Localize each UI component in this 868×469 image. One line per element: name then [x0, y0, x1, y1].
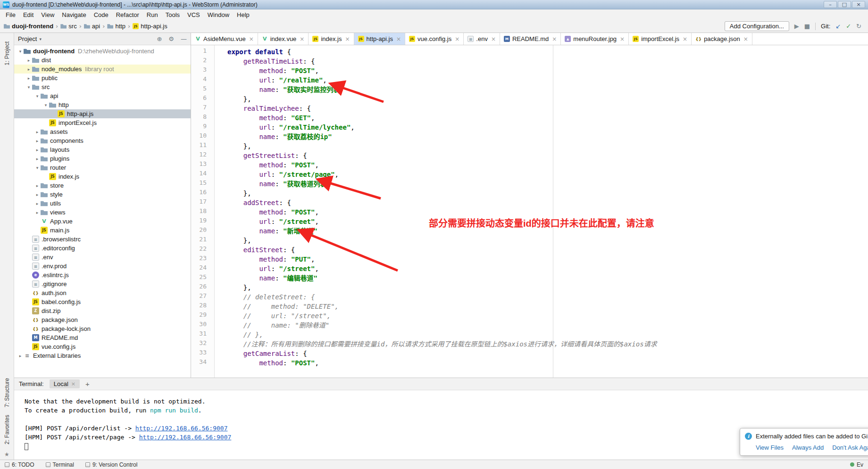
close-icon[interactable]: ×: [345, 36, 350, 42]
chevron-collapsed-icon[interactable]: ▸: [34, 183, 41, 188]
menu-item-navigate[interactable]: Navigate: [58, 10, 90, 19]
tree-item-vue.config.js[interactable]: JSvue.config.js: [14, 342, 191, 351]
minimize-window-icon[interactable]: –: [824, 1, 837, 8]
menu-item-help[interactable]: Help: [233, 10, 253, 19]
status-bar-item-9versioncontrol[interactable]: 9: Version Control: [85, 461, 137, 468]
breadcrumb-item-src[interactable]: src: [60, 23, 76, 30]
chevron-expanded-icon[interactable]: ▾: [25, 85, 32, 90]
breadcrumb-item-api[interactable]: api: [84, 23, 100, 30]
menu-item-edit[interactable]: Edit: [19, 10, 37, 19]
terminal-tab-local[interactable]: Local ×: [50, 379, 80, 388]
chevron-down-icon[interactable]: ▾: [39, 37, 42, 41]
tree-item-app.vue[interactable]: VApp.vue: [14, 217, 191, 226]
run-icon[interactable]: ▶: [794, 23, 799, 30]
tree-item-views[interactable]: ▸views: [14, 208, 191, 217]
tool-stripe-favorites[interactable]: 2: Favorites: [4, 415, 10, 444]
git-update-icon[interactable]: ↙: [835, 23, 841, 30]
tree-item-package.json[interactable]: {}package.json: [14, 315, 191, 324]
tree-item-store[interactable]: ▸store: [14, 181, 191, 190]
chevron-collapsed-icon[interactable]: ▸: [34, 148, 41, 152]
close-icon[interactable]: ×: [300, 36, 304, 42]
chevron-collapsed-icon[interactable]: ▸: [17, 354, 24, 358]
notification-action-viewfiles[interactable]: View Files: [756, 444, 784, 451]
breadcrumb-item-duoji-frontend[interactable]: duoji-frontend: [4, 23, 53, 30]
breadcrumb-item-http-api.js[interactable]: JShttp-api.js: [133, 23, 167, 30]
tree-item-.env.prod[interactable]: ≡.env.prod: [14, 262, 191, 271]
terminal-cursor[interactable]: [25, 443, 28, 450]
tab-package.json[interactable]: {}package.json×: [692, 33, 752, 45]
tree-item-http-api.js[interactable]: JShttp-api.js: [14, 109, 191, 118]
code-area[interactable]: export default { getRealTimeList: { meth…: [215, 45, 868, 378]
close-icon[interactable]: ×: [249, 36, 254, 42]
chevron-expanded-icon[interactable]: ▾: [17, 49, 24, 54]
tree-item-src[interactable]: ▾src: [14, 82, 191, 91]
tree-item-utils[interactable]: ▸utils: [14, 199, 191, 208]
menu-item-run[interactable]: Run: [143, 10, 162, 19]
stop-icon[interactable]: ■: [804, 23, 810, 30]
editor-gutter[interactable]: 1234567891011121314151617181920212223242…: [191, 45, 215, 378]
hide-panel-icon[interactable]: —: [181, 35, 187, 42]
terminal-link[interactable]: http://192.168.66.56:9007: [135, 425, 228, 432]
menu-item-window[interactable]: Window: [204, 10, 233, 19]
tree-item-style[interactable]: ▸style: [14, 190, 191, 199]
tree-item-importexcel.js[interactable]: JSimportExcel.js: [14, 118, 191, 127]
tree-item-dist.zip[interactable]: Zdist.zip: [14, 306, 191, 315]
chevron-collapsed-icon[interactable]: ▸: [34, 139, 41, 143]
status-bar-item-6todo[interactable]: 6: TODO: [5, 461, 34, 468]
tree-item-plugins[interactable]: ▸plugins: [14, 154, 191, 163]
tree-item-api[interactable]: ▾api: [14, 91, 191, 100]
chevron-expanded-icon[interactable]: ▾: [42, 103, 49, 107]
tab-importexcel.js[interactable]: JSimportExcel.js×: [629, 33, 692, 45]
tree-item-package-lock.json[interactable]: {}package-lock.json: [14, 324, 191, 333]
tab-index.js[interactable]: JSindex.js×: [309, 33, 354, 45]
menu-item-code[interactable]: Code: [90, 10, 112, 19]
close-icon[interactable]: ×: [491, 36, 496, 42]
tree-item-public[interactable]: ▸public: [14, 74, 191, 82]
tree-item-auth.json[interactable]: {}auth.json: [14, 288, 191, 297]
close-icon[interactable]: ×: [552, 36, 557, 42]
tree-item-http[interactable]: ▾http: [14, 100, 191, 109]
tree-item-.browserslistrc[interactable]: ≡.browserslistrc: [14, 235, 191, 244]
git-history-icon[interactable]: ↻: [856, 23, 861, 30]
close-icon[interactable]: ×: [455, 36, 459, 42]
new-terminal-button[interactable]: +: [85, 380, 90, 388]
tree-item-.eslintrc.js[interactable]: e.eslintrc.js: [14, 271, 191, 280]
tool-stripe-structure[interactable]: 7: Structure: [4, 378, 10, 407]
chevron-expanded-icon[interactable]: ▾: [34, 165, 41, 170]
git-commit-icon[interactable]: ✓: [846, 23, 851, 30]
maximize-window-icon[interactable]: □: [838, 1, 851, 8]
tree-item-externallibraries[interactable]: ▸≡External Libraries: [14, 351, 191, 360]
menu-item-vcs[interactable]: VCS: [184, 10, 204, 19]
notification-action-dontaskagai[interactable]: Don't Ask Agai: [832, 444, 868, 451]
settings-gear-icon[interactable]: ⚙: [168, 35, 174, 42]
close-icon[interactable]: ×: [683, 36, 687, 42]
tab-http-api.js[interactable]: JShttp-api.js×: [354, 33, 405, 45]
status-bar-item-terminal[interactable]: Terminal: [46, 461, 74, 468]
chevron-expanded-icon[interactable]: ▾: [34, 94, 41, 99]
tree-item-.gitignore[interactable]: ≡.gitignore: [14, 280, 191, 288]
event-log-button[interactable]: Ev: [850, 461, 863, 468]
tab-index.vue[interactable]: Vindex.vue×: [258, 33, 309, 45]
tree-item-components[interactable]: ▸components: [14, 136, 191, 145]
tab-asidemenu.vue[interactable]: VAsideMenu.vue×: [191, 33, 258, 45]
chevron-collapsed-icon[interactable]: ▸: [25, 67, 32, 72]
tree-item-.env[interactable]: ≡.env: [14, 253, 191, 262]
menu-item-refactor[interactable]: Refactor: [112, 10, 143, 19]
tree-item-readme.md[interactable]: MREADME.md: [14, 333, 191, 342]
tree-item-router[interactable]: ▾router: [14, 163, 191, 172]
chevron-collapsed-icon[interactable]: ▸: [25, 58, 32, 63]
add-configuration-button[interactable]: Add Configuration...: [725, 21, 789, 31]
tree-item-duoji-frontend[interactable]: ▾duoji-frontendD:\zheheWeb\duoji-fronten…: [14, 47, 191, 56]
close-window-icon[interactable]: ×: [852, 1, 865, 8]
tab-menurouter.jpg[interactable]: ▲menuRouter.jpg×: [561, 33, 629, 45]
breadcrumb-item-http[interactable]: http: [107, 23, 125, 30]
tree-item-index.js[interactable]: JSindex.js: [14, 172, 191, 181]
tree-item-babel.config.js[interactable]: JSbabel.config.js: [14, 297, 191, 306]
tree-item-main.js[interactable]: JSmain.js: [14, 226, 191, 235]
close-icon[interactable]: ×: [620, 36, 625, 42]
close-icon[interactable]: ×: [743, 36, 748, 42]
chevron-collapsed-icon[interactable]: ▸: [34, 156, 41, 161]
chevron-collapsed-icon[interactable]: ▸: [34, 201, 41, 206]
chevron-collapsed-icon[interactable]: ▸: [34, 130, 41, 134]
tree-item-layouts[interactable]: ▸layouts: [14, 145, 191, 154]
